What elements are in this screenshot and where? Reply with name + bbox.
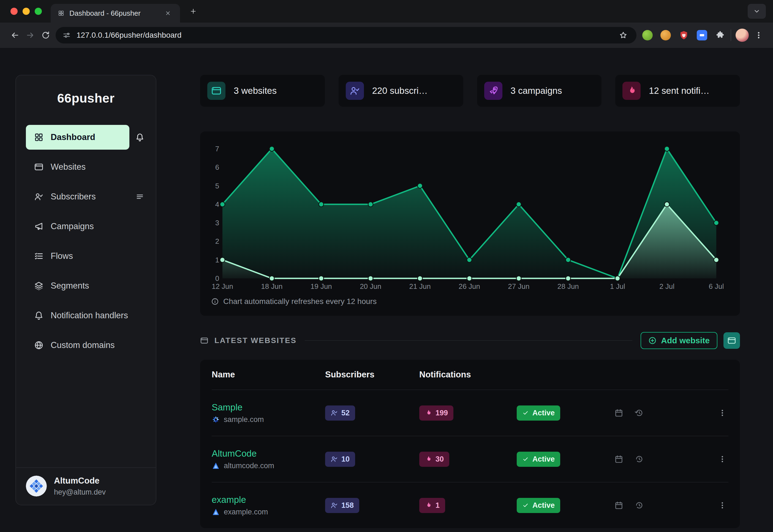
website-name-cell: example example.com [212,495,325,516]
svg-text:21 Jun: 21 Jun [409,282,431,290]
nav-row-segments: Segments [26,273,146,298]
reload-button[interactable] [38,28,53,43]
websites-table: Name Subscribers Notifications Sample sa… [200,360,740,528]
tab-search-chevron-icon[interactable] [748,4,766,19]
minimize-window-button[interactable] [23,8,30,15]
sidebar-item-campaigns[interactable]: Campaigns [26,214,146,239]
layers-icon [34,281,43,290]
svg-text:6: 6 [215,163,219,171]
sidebar-item-flows[interactable]: Flows [26,244,146,268]
extension-orange-icon[interactable] [660,29,672,41]
svg-text:2 Jul: 2 Jul [659,282,675,290]
add-website-button[interactable]: Add website [641,332,717,349]
row-menu-icon[interactable] [716,453,728,465]
sidebar-item-label: Websites [51,162,86,172]
close-tab-icon[interactable] [163,8,173,18]
chart-refresh-note: Chart automatically refreshes every 12 h… [211,297,729,306]
maximize-window-button[interactable] [35,8,42,15]
sidebar-item-segments[interactable]: Segments [26,273,146,298]
nav-row-subscribers: Subscribers [26,184,146,209]
stat-label: 3 campaigns [511,86,562,96]
svg-text:28 Jun: 28 Jun [557,282,579,290]
history-icon[interactable] [633,499,645,511]
stat-label: 12 sent notifi… [649,86,709,96]
sidebar-user[interactable]: AltumCode hey@altum.dev [16,467,156,505]
new-tab-button[interactable] [185,4,201,19]
browser-icon [200,336,209,345]
menu-icon[interactable] [134,191,146,203]
subscriber-icon [331,502,338,509]
sidebar-item-label: Dashboard [51,132,95,142]
history-icon[interactable] [633,453,645,465]
notifications-badge: 1 [419,498,445,513]
browser-window: Dashboard - 66pusher 127.0.0.1/66pusher/… [0,0,773,532]
extension-shield-icon[interactable] [678,29,690,41]
sample-favicon [212,415,220,424]
back-button[interactable] [7,28,23,43]
extension-green-icon[interactable] [642,29,654,41]
calendar-icon[interactable] [613,499,625,511]
close-window-button[interactable] [10,8,18,15]
table-row: Sample sample.com 52 199 [212,390,728,436]
tab-title: Dashboard - 66pusher [69,9,158,18]
status-badge: Active [517,452,560,467]
user-email: hey@altum.dev [54,488,106,497]
sidebar-item-subscribers[interactable]: Subscribers [26,184,129,209]
tab-strip: Dashboard - 66pusher [0,0,773,23]
sidebar-item-label: Custom domains [51,340,115,350]
sidebar-item-notification-handlers[interactable]: Notification handlers [26,303,146,328]
svg-text:6 Jul: 6 Jul [709,282,724,290]
svg-text:7: 7 [215,145,219,153]
check-icon [522,410,529,416]
subscribers-badge: 10 [325,452,355,467]
sidebar-item-custom-domains[interactable]: Custom domains [26,333,146,358]
dashboard-chart: 0123456712 Jun18 Jun19 Jun20 Jun21 Jun26… [211,139,728,293]
subscribers-badge: 52 [325,405,355,421]
sidebar-item-label: Campaigns [51,221,94,231]
calendar-icon[interactable] [613,453,625,465]
column-notifications: Notifications [419,370,517,380]
sidebar-item-websites[interactable]: Websites [26,155,146,179]
bookmark-star-icon[interactable] [617,29,629,41]
site-settings-icon[interactable] [63,31,70,39]
history-icon[interactable] [633,407,645,419]
info-icon [211,298,219,305]
notifications-badge: 199 [419,405,453,421]
sidebar-item-dashboard[interactable]: Dashboard [26,125,129,150]
extension-keyboard-icon[interactable] [696,29,708,41]
browser-icon [727,336,736,345]
svg-text:18 Jun: 18 Jun [261,282,283,290]
stat-card-subscribers[interactable]: 220 subscri… [339,75,463,107]
forward-button[interactable] [23,28,38,43]
browser-menu-icon[interactable] [752,28,766,42]
stat-card-campaigns[interactable]: 3 campaigns [477,75,602,107]
sidebar: 66pusher Dashboard Websites [15,75,156,505]
user-avatar [26,476,47,497]
websites-list-button[interactable] [723,332,740,349]
website-link[interactable]: example [212,495,246,505]
subscribers-icon [346,82,364,100]
svg-text:0: 0 [215,274,219,283]
check-icon [522,502,529,509]
row-menu-icon[interactable] [716,407,728,419]
sidebar-item-label: Notification handlers [51,311,128,320]
address-bar[interactable]: 127.0.0.1/66pusher/dashboard [56,27,637,43]
calendar-icon[interactable] [613,407,625,419]
extensions-puzzle-icon[interactable] [714,29,726,41]
svg-text:3: 3 [215,219,219,227]
website-link[interactable]: Sample [212,402,243,413]
bell-icon[interactable] [134,131,146,143]
grid-icon [34,133,43,142]
website-domain: example.com [212,508,325,516]
tab-favicon-icon [58,10,64,17]
url-text: 127.0.0.1/66pusher/dashboard [76,31,611,40]
table-row: AltumCode altumcode.com 10 30 [212,436,728,482]
browser-tab[interactable]: Dashboard - 66pusher [51,4,180,23]
stat-card-websites[interactable]: 3 websites [200,75,325,107]
website-link[interactable]: AltumCode [212,448,257,459]
browser-profile-avatar[interactable] [736,29,749,42]
stat-card-notifications[interactable]: 12 sent notifi… [615,75,740,107]
nav-row-flows: Flows [26,244,146,268]
row-menu-icon[interactable] [716,499,728,511]
notifications-badge: 30 [419,452,449,467]
